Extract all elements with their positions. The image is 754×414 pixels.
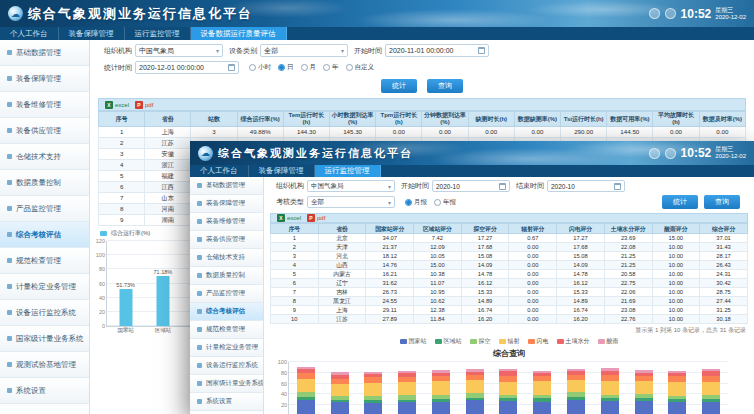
stacked-bar[interactable]	[702, 369, 720, 414]
end-time-input[interactable]: 2020-12-01 00:00:00	[135, 61, 239, 74]
radio-option[interactable]: 小时	[249, 63, 271, 72]
stacked-bar[interactable]	[331, 372, 349, 414]
sidebar-item[interactable]: 数据质量控制	[190, 267, 263, 285]
sidebar-item[interactable]: 基础数据管理	[0, 40, 89, 66]
sidebar-item[interactable]: 国家级计量业务系统	[0, 326, 89, 352]
sidebar-item[interactable]: 数据质量控制	[0, 170, 89, 196]
column-header[interactable]: 数据及时率(%)	[699, 112, 745, 127]
stat-button[interactable]: 统计	[381, 79, 417, 93]
device-type-select[interactable]: 全部▾	[260, 44, 348, 57]
sidebar-item[interactable]: 装备保障管理	[0, 66, 89, 92]
legend-item[interactable]: 酸雨	[598, 337, 619, 346]
export-pdf-button[interactable]: Ppdf	[307, 214, 325, 222]
bar[interactable]	[119, 289, 132, 326]
legend-item[interactable]: 土壤水分	[557, 337, 590, 346]
table-row[interactable]: 6辽宁31.6211.0716.120.0016.1222.7510.0030.…	[271, 279, 748, 288]
legend-item[interactable]: 区域站	[435, 337, 462, 346]
column-header[interactable]: 省份	[318, 224, 366, 234]
tab-item[interactable]: 装备保障管理	[249, 165, 315, 177]
user-icon[interactable]	[665, 148, 676, 159]
column-header[interactable]: 国家站评分	[366, 224, 414, 234]
table-row[interactable]: 2天津21.3712.0917.680.0017.6822.0810.0031.…	[271, 243, 748, 252]
sidebar-item[interactable]: 综合考核评估	[190, 303, 263, 321]
sidebar-item[interactable]: 基础数据管理	[190, 177, 263, 195]
column-header[interactable]: 综合运行率(%)	[237, 112, 283, 127]
table-row[interactable]: 10江苏27.8911.8416.200.0016.2022.7610.0030…	[271, 315, 748, 324]
sidebar-item[interactable]: 装备维修管理	[0, 92, 89, 118]
stacked-bar[interactable]	[297, 367, 315, 414]
table-row[interactable]: 9上海29.1112.3816.740.0016.7423.0810.0031.…	[271, 306, 748, 315]
column-header[interactable]: 序号	[271, 224, 319, 234]
org-select[interactable]: 中国气象局▾	[135, 44, 223, 57]
stacked-bar[interactable]	[364, 372, 382, 414]
export-excel-button[interactable]: Xexcel	[277, 214, 301, 222]
end-time-input[interactable]: 2020-10	[547, 180, 625, 192]
query-button[interactable]: 查询	[704, 195, 740, 209]
assess-type-select[interactable]: 全部▾	[307, 196, 395, 208]
query-button[interactable]: 查询	[427, 79, 463, 93]
sidebar-item[interactable]: 设备运行监控系统	[0, 300, 89, 326]
column-header[interactable]: 酸雨评分	[652, 224, 700, 234]
tab-item[interactable]: 装备保障管理	[59, 27, 125, 40]
stacked-bar[interactable]	[668, 371, 686, 414]
radio-option[interactable]: 年报	[434, 198, 456, 207]
radio-option[interactable]: 月	[301, 63, 317, 72]
sidebar-item[interactable]: 装备维修管理	[190, 213, 263, 231]
export-excel-button[interactable]: Xexcel	[105, 101, 129, 109]
column-header[interactable]: 分钟数据到达率(%)	[422, 112, 468, 127]
stacked-bar[interactable]	[635, 370, 653, 414]
column-header[interactable]: 数据可用率(%)	[607, 112, 653, 127]
sidebar-item[interactable]: 产品监控管理	[190, 285, 263, 303]
tab-item[interactable]: 运行监控管理	[315, 165, 381, 177]
column-header[interactable]: 平均故障时长(h)	[653, 112, 699, 127]
sidebar-item[interactable]: 观测试验基地管理	[0, 352, 89, 378]
tab-item[interactable]: 个人工作台	[190, 165, 249, 177]
sidebar-item[interactable]: 仓储技术支持	[0, 144, 89, 170]
notification-icon[interactable]	[649, 148, 660, 159]
sidebar-item[interactable]: 计量检定业务管理	[0, 274, 89, 300]
column-header[interactable]: 站数	[191, 112, 237, 127]
sidebar-item[interactable]: 国家级计量业务系统	[190, 375, 263, 393]
sidebar-item[interactable]: 仓储技术支持	[190, 249, 263, 267]
column-header[interactable]: 辐射评分	[509, 224, 557, 234]
column-header[interactable]: 省份	[145, 112, 191, 127]
user-icon[interactable]	[665, 8, 676, 19]
sidebar-item[interactable]: 设备运行监控系统	[190, 357, 263, 375]
radio-option[interactable]: 年	[323, 63, 339, 72]
sidebar-item[interactable]: 综合考核评估	[0, 222, 89, 248]
tab-item[interactable]: 运行监控管理	[125, 27, 191, 40]
tab-item[interactable]: 个人工作台	[0, 27, 59, 40]
legend-item[interactable]: 闪电	[528, 337, 549, 346]
start-time-input[interactable]: 2020-10	[432, 180, 510, 192]
column-header[interactable]: 缺测时长(h)	[468, 112, 514, 127]
notification-icon[interactable]	[649, 8, 660, 19]
table-row[interactable]: 1上海349.88%144.30145.300.000.000.000.0029…	[99, 127, 746, 138]
sidebar-item[interactable]: 规范检查管理	[0, 248, 89, 274]
column-header[interactable]: 数据缺测率(%)	[514, 112, 560, 127]
table-row[interactable]: 3河北18.1210.0515.080.0015.0821.2510.0028.…	[271, 252, 748, 261]
radio-option[interactable]: 自定义	[346, 63, 375, 72]
stacked-bar[interactable]	[567, 369, 585, 414]
sidebar-item[interactable]: 系统设置	[190, 393, 263, 411]
column-header[interactable]: 小时数据到达率(%)	[330, 112, 376, 127]
stacked-bar[interactable]	[398, 371, 416, 414]
stacked-bar[interactable]	[432, 370, 450, 414]
sidebar-item[interactable]: 产品监控管理	[0, 196, 89, 222]
stacked-bar[interactable]	[601, 368, 619, 414]
export-pdf-button[interactable]: Ppdf	[135, 101, 153, 109]
bar[interactable]	[156, 276, 169, 326]
stacked-bar[interactable]	[466, 369, 484, 414]
stat-button[interactable]: 统计	[662, 195, 698, 209]
radio-option[interactable]: 日	[278, 63, 294, 72]
column-header[interactable]: Tem运行时长(h)	[283, 112, 329, 127]
sidebar-item[interactable]: 装备供应管理	[0, 118, 89, 144]
sidebar-item[interactable]: 计量检定业务管理	[190, 339, 263, 357]
legend-item[interactable]: 探空	[470, 337, 491, 346]
column-header[interactable]: 探空评分	[461, 224, 509, 234]
legend-label[interactable]: 综合运行率(%)	[111, 229, 150, 238]
column-header[interactable]: 土壤水分评分	[604, 224, 652, 234]
table-row[interactable]: 5内蒙古16.2110.3814.780.0014.7820.5810.0024…	[271, 270, 748, 279]
column-header[interactable]: 综合评分	[700, 224, 748, 234]
column-header[interactable]: Tsi运行时长(h)	[561, 112, 607, 127]
table-row[interactable]: 8黑龙江24.5510.6214.890.0014.8921.6910.0027…	[271, 297, 748, 306]
